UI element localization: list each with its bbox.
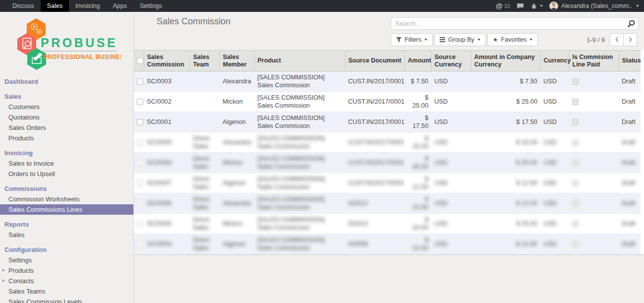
cell-text: CUST.IN/2017/0002: [348, 159, 405, 166]
expand-caret-icon[interactable]: [2, 269, 5, 272]
group-by-button[interactable]: Group By: [434, 33, 486, 46]
cell-paid: [569, 234, 619, 254]
topbar-menu-apps[interactable]: Apps: [106, 0, 133, 12]
row-select-checkbox[interactable]: [137, 139, 143, 146]
top-navigation-bar: DiscussSalesInvoicingAppsSettings @ 10: [0, 0, 644, 12]
sidebar-item-sales-commission-levels[interactable]: Sales Commission Levels: [0, 297, 133, 303]
select-all-checkbox-cell: [134, 51, 144, 71]
column-header-amount[interactable]: Amount: [405, 51, 431, 71]
cell-text: Direct Sales: [193, 216, 209, 231]
sidebar-item-orders-to-upsell[interactable]: Orders to Upsell: [0, 169, 133, 179]
topbar-menu-invoicing[interactable]: Invoicing: [69, 0, 106, 12]
cell-status: Draft: [619, 193, 641, 214]
cell-status: Draft: [619, 92, 641, 112]
column-header-source-currency[interactable]: Source Currency: [431, 51, 471, 71]
pager-previous-button[interactable]: [610, 33, 624, 46]
sidebar-item-sales-to-invoice[interactable]: Sales to Invoice: [0, 158, 133, 169]
cell-text: USD: [543, 138, 557, 146]
sidebar-item-quotations[interactable]: Quotations: [0, 112, 133, 122]
row-select-checkbox[interactable]: [137, 99, 143, 105]
table-row[interactable]: SC/0009Direct SalesAlexandra[SALES COMMI…: [134, 132, 641, 153]
column-header-product[interactable]: Product: [254, 51, 345, 71]
cell-amount_company: $ 7.50: [471, 71, 540, 92]
cell-paid: [569, 132, 619, 153]
column-header-currency[interactable]: Currency: [540, 51, 569, 71]
cell-amount: $ 17.50: [405, 112, 431, 132]
cell-text: SO008: [348, 240, 368, 247]
sidebar-section-dashboard[interactable]: Dashboard: [0, 76, 133, 87]
sidebar-section-configuration[interactable]: Configuration: [0, 244, 133, 255]
debug-bug-icon[interactable]: [530, 3, 543, 9]
favorites-button[interactable]: ★ Favorites: [487, 33, 538, 46]
search-icon[interactable]: [628, 20, 635, 30]
topbar-menu-sales[interactable]: Sales: [41, 0, 69, 12]
table-row[interactable]: SC/0002Mickon[SALES COMMISSION] Sales Co…: [134, 92, 641, 112]
table-row[interactable]: SC/0005Direct SalesMickon[SALES COMMISSI…: [134, 214, 641, 234]
sidebar-item-settings[interactable]: Settings: [0, 255, 133, 265]
sidebar-item-customers[interactable]: Customers: [0, 102, 133, 112]
filters-button[interactable]: Filters: [391, 33, 433, 46]
user-menu[interactable]: Alexandra (Sales_comm..: [549, 1, 639, 10]
cell-text: $ 22.50: [516, 240, 537, 247]
column-header-status[interactable]: Status: [619, 51, 641, 71]
inbox-icon[interactable]: @ 10: [496, 2, 510, 10]
sidebar-item-sales[interactable]: Sales: [0, 230, 133, 240]
cell-currency: USD: [540, 71, 569, 92]
row-select-checkbox[interactable]: [137, 119, 143, 125]
cell-source: SO010: [345, 214, 405, 234]
expand-caret-icon[interactable]: [2, 279, 5, 282]
pager-next-button[interactable]: [623, 33, 637, 46]
column-header-sales-commission[interactable]: Sales Commission: [144, 51, 190, 71]
cell-product: [SALES COMMISSION] Sales Commission: [254, 71, 345, 92]
column-header-amount-in-company-currency[interactable]: Amount in Company Currency: [471, 51, 540, 71]
cell-text: USD: [543, 159, 557, 166]
table-row[interactable]: SC/0007Direct SalesAlgenon[SALES COMMISS…: [134, 173, 641, 193]
cell-currency: USD: [540, 234, 569, 254]
sidebar-item-products[interactable]: Products: [0, 265, 133, 276]
topbar-menu-settings[interactable]: Settings: [133, 0, 169, 12]
sidebar-item-products[interactable]: Products: [0, 133, 133, 143]
sidebar-section-reports[interactable]: Reports: [0, 219, 133, 230]
cell-text: CUST.IN/2017/0001: [348, 98, 405, 105]
sidebar-item-sales-teams[interactable]: Sales Teams: [0, 286, 133, 297]
search-input[interactable]: [391, 18, 625, 29]
table-row[interactable]: SC/0006Direct SalesAlexandra[SALES COMMI…: [134, 193, 641, 214]
select-all-checkbox[interactable]: [137, 58, 143, 64]
cell-text: [SALES COMMISSION] Sales Commission: [257, 73, 325, 89]
sidebar-item-commission-worksheets[interactable]: Commission Worksheets: [0, 194, 133, 204]
sidebar-item-sales-orders[interactable]: Sales Orders: [0, 122, 133, 133]
column-header-is-commision-line-paid[interactable]: Is Commision Line Paid: [569, 51, 619, 71]
table-row[interactable]: SC/0004Direct SalesAlgenon[SALES COMMISS…: [134, 234, 641, 254]
cell-text: USD: [543, 98, 557, 105]
sidebar-section-invoicing[interactable]: Invoicing: [0, 148, 133, 158]
row-select-checkbox[interactable]: [137, 180, 143, 186]
row-select-checkbox[interactable]: [137, 241, 143, 247]
cell-text: USD: [434, 220, 448, 227]
sidebar-item-contacts[interactable]: Contacts: [0, 276, 133, 286]
cell-name: SC/0004: [144, 234, 190, 254]
table-row[interactable]: SC/0001Algenon[SALES COMMISSION] Sales C…: [134, 112, 641, 132]
sidebar-item-label: Customers: [8, 103, 40, 111]
group-by-icon: [440, 36, 445, 43]
row-select-checkbox[interactable]: [137, 160, 143, 166]
cell-source: CUST.IN/2017/0002: [345, 153, 405, 173]
column-header-source-document[interactable]: Source Document: [345, 51, 405, 71]
row-select-checkbox[interactable]: [137, 200, 143, 207]
table-row[interactable]: SC/0008Direct SalesMickon[SALES COMMISSI…: [134, 153, 641, 173]
sidebar-section-commissions[interactable]: Commissions: [0, 183, 133, 194]
cell-source: SO008: [345, 234, 405, 254]
table-row[interactable]: SC/0003Alexandra[SALES COMMISSION] Sales…: [134, 71, 641, 92]
chat-bubble-icon[interactable]: [517, 3, 524, 9]
topbar-menu-discuss[interactable]: Discuss: [6, 0, 41, 12]
cell-member: Alexandra: [220, 71, 254, 92]
column-header-sales-team[interactable]: Sales Team: [190, 51, 220, 71]
row-select-checkbox[interactable]: [137, 221, 143, 227]
sidebar-section-sales[interactable]: Sales: [0, 91, 133, 102]
row-select-checkbox[interactable]: [137, 78, 143, 85]
cell-text: $ 30.00: [412, 155, 428, 170]
column-header-sales-member[interactable]: Sales Member: [220, 51, 254, 71]
sidebar-item-sales-commissions-lines[interactable]: Sales Commissions Lines: [0, 204, 133, 215]
star-icon: ★: [493, 37, 498, 43]
cell-text: CUST.IN/2017/0001: [348, 77, 405, 85]
paid-checkbox: [572, 119, 579, 125]
